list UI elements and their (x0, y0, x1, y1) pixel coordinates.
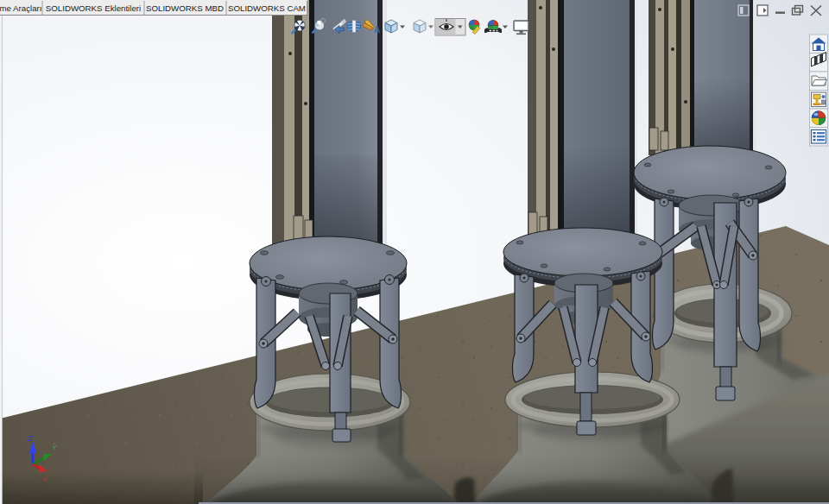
svg-text:A: A (374, 25, 380, 35)
svg-text:SOLIDWORKS CAM: SOLIDWORKS CAM (228, 3, 306, 13)
svg-text:Y: Y (52, 444, 57, 451)
svg-text:SOLIDWORKS MBD: SOLIDWORKS MBD (146, 3, 224, 13)
svg-text:me Araçları: me Araçları (0, 3, 42, 13)
svg-text:SOLIDWORKS Eklentileri: SOLIDWORKS Eklentileri (46, 3, 141, 13)
svg-text:X: X (41, 476, 47, 483)
svg-text:Z: Z (27, 434, 33, 443)
